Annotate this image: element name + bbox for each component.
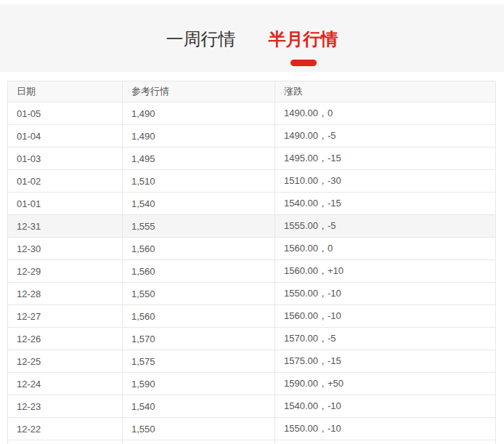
quotes-table-panel: 日期 参考行情 涨跌 01-05 1,490 1490.00，0 01-04 1…: [7, 81, 497, 444]
date-cell: [8, 440, 123, 444]
date-cell: 12-24: [8, 373, 123, 395]
date-cell: 12-27: [8, 305, 123, 328]
table-row: 01-04 1,490 1490.00，-5: [8, 125, 496, 148]
change-cell: 1495.00，-15: [275, 148, 496, 170]
date-cell: 01-05: [8, 102, 123, 125]
change-cell: 1590.00，+50: [275, 373, 496, 395]
table-row: 12-30 1,560 1560.00，0: [8, 238, 496, 260]
column-header-change: 涨跌: [275, 81, 496, 102]
quotes-table: 日期 参考行情 涨跌 01-05 1,490 1490.00，0 01-04 1…: [7, 81, 496, 444]
reference-price-cell: 1,490: [123, 102, 275, 125]
table-row: 12-29 1,560 1560.00，+10: [8, 260, 496, 283]
change-cell: 1550.00，-10: [275, 283, 496, 305]
reference-price-cell: 1,510: [123, 170, 275, 193]
date-cell: 12-23: [8, 395, 123, 418]
tab-weekly-quotes-label: 一周行情: [166, 29, 236, 49]
reference-price-cell: 1,570: [123, 328, 275, 350]
date-cell: 12-31: [8, 215, 123, 238]
date-cell: 12-26: [8, 328, 123, 350]
table-row: 12-31 1,555 1555.00，-5: [8, 215, 496, 238]
active-tab-underline: [290, 60, 317, 66]
table-header-row: 日期 参考行情 涨跌: [8, 81, 496, 102]
reference-price-cell: 1,560: [123, 238, 275, 260]
change-cell: 1490.00，-5: [275, 125, 496, 148]
date-cell: 12-29: [8, 260, 123, 283]
change-cell: 1555.00，-5: [275, 215, 496, 238]
date-cell: 01-02: [8, 170, 123, 193]
table-row: 01-01 1,540 1540.00，-15: [8, 193, 496, 215]
reference-price-cell: 1,560: [123, 305, 275, 328]
reference-price-cell: 1,560: [123, 260, 275, 283]
table-row: 01-02 1,510 1510.00，-30: [8, 170, 496, 193]
column-header-date: 日期: [8, 81, 123, 102]
change-cell: 1575.00，-15: [275, 350, 496, 373]
tab-weekly-quotes[interactable]: 一周行情: [166, 31, 236, 48]
change-cell: 1490.00，0: [275, 102, 496, 125]
reference-price-cell: 1,550: [123, 418, 275, 440]
tab-halfmonth-quotes[interactable]: 半月行情: [269, 31, 338, 48]
reference-price-cell: 1,590: [123, 373, 275, 395]
change-cell: [275, 440, 496, 444]
change-cell: 1550.00，-10: [275, 418, 496, 440]
reference-price-cell: 1,540: [123, 193, 275, 215]
table-row: 12-28 1,550 1550.00，-10: [8, 283, 496, 305]
column-header-reference-price: 参考行情: [123, 81, 275, 102]
reference-price-cell: 1,540: [123, 395, 275, 418]
table-row: 12-26 1,570 1570.00，-5: [8, 328, 496, 350]
tab-halfmonth-quotes-label: 半月行情: [269, 29, 338, 49]
date-cell: 12-30: [8, 238, 123, 260]
date-cell: 01-04: [8, 125, 123, 148]
table-row: 12-23 1,540 1540.00，-10: [8, 395, 496, 418]
table-row: 01-03 1,495 1495.00，-15: [8, 148, 496, 170]
table-row: 12-27 1,560 1560.00，-10: [8, 305, 496, 328]
table-row: 01-05 1,490 1490.00，0: [8, 102, 496, 125]
date-cell: 01-03: [8, 148, 123, 170]
change-cell: 1540.00，-15: [275, 193, 496, 215]
reference-price-cell: [123, 440, 275, 444]
reference-price-cell: 1,555: [123, 215, 275, 238]
date-cell: 01-01: [8, 193, 123, 215]
table-row: 12-22 1,550 1550.00，-10: [8, 418, 496, 440]
change-cell: 1570.00，-5: [275, 328, 496, 350]
table-body: 01-05 1,490 1490.00，0 01-04 1,490 1490.0…: [8, 102, 496, 444]
table-row: [8, 440, 496, 444]
table-row: 12-25 1,575 1575.00，-15: [8, 350, 496, 373]
date-cell: 12-25: [8, 350, 123, 373]
change-cell: 1510.00，-30: [275, 170, 496, 193]
reference-price-cell: 1,490: [123, 125, 275, 148]
date-cell: 12-28: [8, 283, 123, 305]
change-cell: 1560.00，+10: [275, 260, 496, 283]
tab-bar: 一周行情 半月行情: [0, 4, 504, 72]
reference-price-cell: 1,575: [123, 350, 275, 373]
table-row: 12-24 1,590 1590.00，+50: [8, 373, 496, 395]
reference-price-cell: 1,495: [123, 148, 275, 170]
reference-price-cell: 1,550: [123, 283, 275, 305]
change-cell: 1540.00，-10: [275, 395, 496, 418]
change-cell: 1560.00，0: [275, 238, 496, 260]
date-cell: 12-22: [8, 418, 123, 440]
change-cell: 1560.00，-10: [275, 305, 496, 328]
